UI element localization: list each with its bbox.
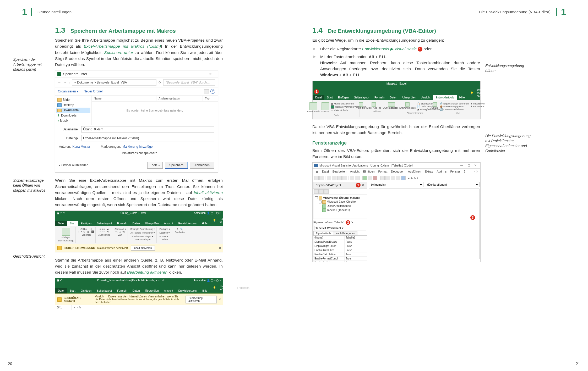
filename-input[interactable]: Übung_0.xlsm — [81, 126, 214, 132]
cancel-button[interactable]: Abbrechen — [190, 162, 214, 169]
save-icon — [319, 176, 324, 180]
running-head-text: Die Entwicklungsumgebung (VBA-Editor) — [475, 10, 554, 14]
running-head-text: Grundeinstellungen — [34, 10, 75, 14]
dialog-title: Speichern unter — [63, 72, 205, 76]
help-icon[interactable]: ? — [210, 89, 215, 94]
security-warning-bar: SICHERHEITSWARNUNG Makros wurden deaktiv… — [55, 244, 223, 252]
callout-1: 1 — [356, 183, 361, 187]
redo-icon — [355, 176, 360, 180]
macros-icon — [322, 102, 329, 110]
find-icon — [342, 176, 347, 180]
project-tree[interactable]: –VBAProject (Übung_0.xlsm) –Microsoft Ex… — [313, 195, 367, 213]
excel-ribbon-devtools: Mappe1 - Excel Datei StartEinfügen Seite… — [312, 81, 481, 119]
code-window[interactable] — [369, 189, 480, 259]
hide-folders-link[interactable]: ▴ Ordner ausblenden — [59, 163, 88, 167]
excel-ribbon-protected: ▣ ↶ Postakte_Jahresverlauf.xlsm [Geschüt… — [55, 278, 223, 310]
protected-view-bar: GESCHÜTZTE ANSICHT Vorsicht — Dateien au… — [55, 294, 223, 305]
view-icon — [314, 176, 319, 180]
paste-icon — [337, 176, 342, 180]
enable-editing-button[interactable]: Bearbeitung aktivieren — [186, 296, 217, 303]
property-grid[interactable]: (Name)Tabelle1 DisplayPageBreaksFalse Di… — [313, 236, 367, 262]
object-selector[interactable]: Tabelle1 Worksheet ▾ — [314, 226, 366, 230]
nav-back-icon[interactable]: ← — [58, 81, 61, 84]
subheading: Fensteranzeige — [312, 140, 480, 146]
callout-2: 2 — [346, 220, 350, 225]
margin-note: Speichern der Arbeitsmappe mit Makros (x… — [13, 57, 51, 72]
cut-icon — [327, 176, 331, 180]
section-title: Speichern der Arbeitsmappe mit Makros — [70, 28, 176, 34]
ribbon-tabs[interactable]: Datei StartEinfügen SeitenlayoutFormeln … — [55, 283, 223, 294]
object-combo[interactable]: (Allgemein) — [369, 182, 423, 187]
section-number: 1.3 — [55, 26, 65, 35]
paragraph: Wenn Sie eine Excel-Arbeitsmappe mit Mak… — [55, 177, 223, 208]
close-icon[interactable]: ✕ — [351, 220, 353, 224]
help-icon — [401, 176, 406, 180]
save-button[interactable]: Speichern — [165, 162, 188, 169]
vba-title: Microsoft Visual Basic for Applications … — [319, 164, 458, 167]
excel-ribbon-security: ▣ ↶ ↷ Übung_0.xlsm - Excel Anmelden 👤 ▢ … — [55, 211, 223, 252]
name-box[interactable]: O41 — [55, 305, 72, 310]
paragraph: Beim Öffnen des VBA-Editors präsentiert … — [312, 147, 480, 160]
page-number: 21 — [576, 361, 580, 366]
addins-icon — [359, 102, 363, 107]
section-number: 1.4 — [312, 26, 323, 35]
window-title: Mappe1 - Excel — [313, 81, 480, 86]
break-icon — [368, 176, 372, 180]
tools-menu[interactable]: Tools ▾ — [147, 162, 163, 169]
insert-control-icon — [391, 102, 395, 107]
design-mode-icon — [405, 102, 410, 107]
property-tabs[interactable]: AlphabetischNach Kategorien — [313, 231, 367, 236]
view-icon[interactable] — [204, 89, 209, 93]
running-head-right: Die Entwicklungsumgebung (VBA-Editor) 1 — [312, 8, 570, 16]
empty-message: Es wurden keine Suchergebnisse gefunden. — [92, 102, 218, 119]
section-heading: 1.3 Speichern der Arbeitsmappe mit Makro… — [55, 26, 223, 35]
new-folder-button[interactable]: Neuer Ordner — [84, 90, 103, 93]
author-link[interactable]: Klara Muster — [72, 145, 90, 148]
margin-note: Geschützte Ansicht — [13, 254, 51, 259]
paragraph: Es gibt zwei Wege, um in die Excel-Entwi… — [312, 37, 480, 43]
filetype-select[interactable]: Excel-Arbeitsmappe mit Makros (*.xlsm) — [81, 135, 214, 141]
save-as-dialog: Speichern unter ✕ ← → ↑ « Dokumente > Be… — [55, 70, 218, 173]
section-title: Die Entwicklungsumgebung (VBA-Editor) — [328, 28, 436, 34]
cursor-position: Z 1, S 1 — [408, 176, 418, 179]
paragraph: Speichern Sie Ihre Arbeitsmappe möglichs… — [55, 37, 223, 68]
page-number: 20 — [8, 361, 12, 366]
thumbnail-checkbox[interactable] — [116, 151, 120, 155]
callout-3: 3 — [470, 215, 475, 220]
window-title: Postakte_Jahresverlauf.xlsm [Geschützte … — [67, 279, 194, 282]
column-header[interactable]: Typ — [203, 96, 218, 101]
ribbon-tabs[interactable]: Datei Start EinfügenSeitenlayout Formeln… — [55, 215, 223, 226]
quick-access[interactable]: ▣ ↶ ↷ — [57, 212, 73, 214]
paragraph: Stammt die Arbeitsmappe aus einer andere… — [55, 257, 223, 275]
window-title: Übung_0.xlsm - Excel — [73, 212, 194, 214]
margin-note: Entwicklungsumgebung öffnen — [485, 63, 535, 73]
signin-button[interactable]: Anmelden 👤 ▢ ─ ▢ ✕ — [194, 212, 221, 214]
vba-toolbar[interactable]: Z 1, S 1 — [313, 175, 480, 181]
run-icon — [362, 176, 367, 180]
excel-addins-icon — [372, 102, 376, 107]
search-input[interactable]: "Beispiele_Excel_VBA" durch… — [163, 79, 215, 86]
close-icon[interactable]: ✕ — [205, 72, 216, 76]
design-icon — [380, 176, 385, 180]
nav-up-icon[interactable]: ↑ — [68, 81, 70, 84]
procedure-combo[interactable]: (Deklarationen) — [425, 182, 480, 187]
column-header[interactable]: Änderungsdatum — [156, 96, 203, 101]
nav-fwd-icon[interactable]: → — [63, 81, 66, 84]
breadcrumb-path[interactable]: « Dokumente > Beispiele_Excel_VBA — [72, 79, 156, 86]
vba-menu[interactable]: ▦ DateiBearbeitenAnsicht EinfügenFormatD… — [313, 169, 480, 175]
folder-tree[interactable]: Bilder Desktop Dokumente ⬇Downloads ♪Mus… — [55, 96, 92, 125]
organize-menu[interactable]: Organisieren ▾ — [58, 90, 78, 93]
undo-icon — [350, 176, 354, 180]
vba-editor: Microsoft Visual Basic for Applications … — [312, 162, 481, 262]
column-header[interactable]: Name — [92, 96, 156, 101]
enable-content-button[interactable]: Inhalt aktivieren — [131, 246, 155, 251]
source-icon — [433, 102, 437, 107]
excel-icon — [57, 72, 61, 76]
margin-note: Die Entwicklungsumgebung mit Projektfens… — [485, 134, 535, 153]
close-icon[interactable]: ✕ — [361, 183, 366, 187]
ribbon-tabs[interactable]: Datei StartEinfügen SeitenlayoutFormeln … — [313, 86, 480, 100]
tags-link[interactable]: Markierung hinzufügen — [122, 145, 154, 148]
menu-icon: ▦ — [314, 169, 320, 174]
callout-1: 1 — [314, 89, 319, 94]
copy-icon — [332, 176, 336, 180]
